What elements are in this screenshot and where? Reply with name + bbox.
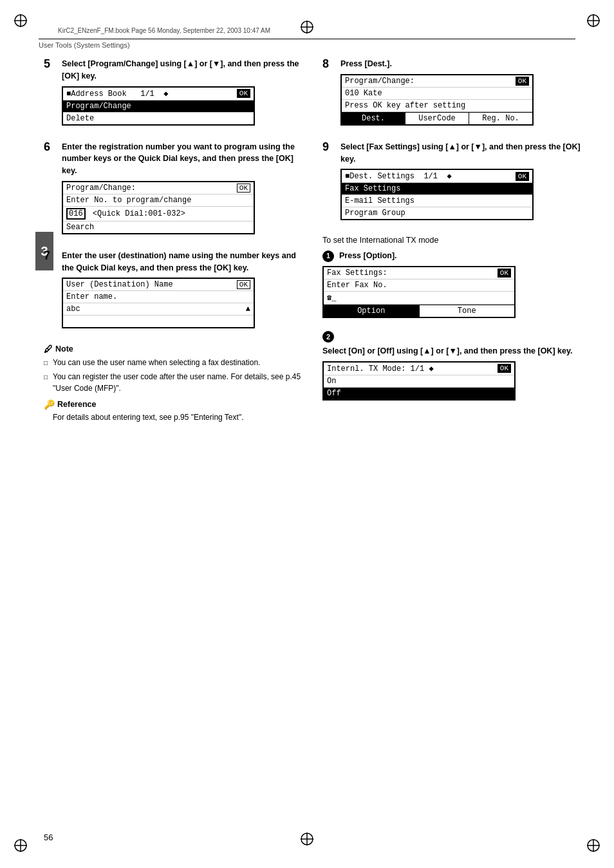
step-6-screen: Program/Change: OK Enter No. to program/… — [62, 181, 255, 234]
step-6-text: Enter the registration number you want t… — [62, 141, 303, 177]
screen-s1-r1-text: Fax Settings: — [327, 269, 387, 278]
step-9-screen: ■Dest. Settings 1/1 ◆ OK Fax Settings E-… — [340, 169, 534, 220]
step-7-content: Enter the user (destination) name using … — [62, 250, 303, 335]
screen-6-row4: Search — [63, 222, 254, 233]
substep-2-text: 2 Select [On] or [Off] using [▲] or [▼],… — [322, 331, 582, 357]
ref-text: For details about entering text, see p.9… — [44, 411, 303, 423]
header-label: User Tools (System Settings) — [39, 39, 575, 49]
screen-5-r2-text: Program/Change — [66, 102, 131, 111]
screen-s1-r2-text: Enter Fax No. — [327, 281, 387, 290]
corner-mark-tr — [586, 13, 601, 30]
screen-9-row4: Program Group — [342, 207, 532, 219]
substep-1-circle: 1 — [322, 250, 334, 262]
substep-1-content: 1 Press [Option]. Fax Settings: OK Enter… — [322, 250, 582, 325]
center-bottom-mark — [299, 831, 315, 849]
screen-9-r3-text: E-mail Settings — [345, 196, 414, 205]
screen-6-row2: Enter No. to program/change — [63, 194, 254, 207]
step-5-text: Select [Program/Change] using [▲] or [▼]… — [62, 58, 303, 82]
corner-mark-br — [586, 838, 601, 855]
ref-title: 🔑 Reference — [44, 399, 303, 410]
note-icon: 🖊 — [44, 344, 53, 354]
screen-6-r1-ok: OK — [237, 184, 250, 193]
substep-1: 1 Press [Option]. Fax Settings: OK Enter… — [322, 250, 582, 325]
screen-6-r1-text: Program/Change: — [66, 184, 136, 193]
screen-7-row3: abc ▲ — [63, 303, 254, 316]
screen-s2-row2: On — [324, 375, 514, 388]
left-column: 5 Select [Program/Change] using [▲] or [… — [44, 58, 303, 423]
screen-5-r1-ok: OK — [237, 89, 250, 98]
screen-8-btn-usercode: UserCode — [405, 113, 469, 124]
step-8: 8 Press [Dest.]. Program/Change: OK 010 … — [322, 58, 582, 132]
screen-8-btn-dest: Dest. — [342, 113, 405, 124]
screen-9-r4-text: Program Group — [345, 209, 405, 218]
screen-s1-row2: Enter Fax No. — [324, 279, 514, 292]
header-bar: User Tools (System Settings) — [39, 39, 575, 49]
screen-s2-r1-ok: OK — [498, 364, 511, 373]
screen-s1-r1-ok: OK — [498, 269, 511, 278]
step-8-content: Press [Dest.]. Program/Change: OK 010 Ka… — [340, 58, 582, 132]
substep-1-screen: Fax Settings: OK Enter Fax No. ☎_ Option — [322, 266, 516, 318]
note-list: You can use the user name when selecting… — [44, 357, 303, 394]
screen-8-row2: 010 Kate — [342, 88, 532, 100]
note-title: 🖊 Note — [44, 344, 303, 354]
two-columns: 5 Select [Program/Change] using [▲] or [… — [44, 58, 582, 423]
screen-8-r2-text: 010 Kate — [345, 89, 382, 98]
screen-9-row3: E-mail Settings — [342, 195, 532, 207]
step-9-text: Select [Fax Settings] using [▲] or [▼], … — [340, 141, 582, 165]
screen-s1-btn-row: Option Tone — [324, 305, 514, 317]
screen-s2-r2-text: On — [327, 377, 336, 386]
screen-s2-r3-text: Off — [327, 389, 341, 398]
step-5: 5 Select [Program/Change] using [▲] or [… — [44, 58, 303, 132]
screen-5-r3-text: Delete — [66, 114, 94, 123]
screen-7-row4 — [63, 316, 254, 327]
step-9: 9 Select [Fax Settings] using [▲] or [▼]… — [322, 141, 582, 227]
note-item-1: You can use the user name when selecting… — [44, 357, 303, 368]
step-5-content: Select [Program/Change] using [▲] or [▼]… — [62, 58, 303, 132]
substep-2-screen: Internl. TX Mode: 1/1 ◆ OK On Off — [322, 361, 516, 401]
step-9-number: 9 — [322, 141, 335, 227]
page-number: 56 — [44, 833, 53, 842]
screen-s2-r1-text: Internl. TX Mode: 1/1 ◆ — [327, 364, 434, 373]
step-8-number: 8 — [322, 58, 335, 132]
screen-s1-row1: Fax Settings: OK — [324, 267, 514, 279]
screen-8-r1-ok: OK — [516, 77, 529, 86]
center-top-mark — [299, 19, 315, 37]
screen-9-row2: Fax Settings — [342, 183, 532, 195]
corner-mark-bl — [13, 838, 28, 855]
screen-s2-row1: Internl. TX Mode: 1/1 ◆ OK — [324, 363, 514, 375]
screen-9-r2-text: Fax Settings — [345, 184, 400, 193]
step-6-content: Enter the registration number you want t… — [62, 141, 303, 241]
step-8-screen: Program/Change: OK 010 Kate Press OK key… — [340, 74, 534, 126]
to-set-heading: To set the International TX mode — [322, 236, 582, 245]
step-7-screen: User (Destination) Name OK Enter name. a… — [62, 278, 255, 328]
screen-7-row2: Enter name. — [63, 291, 254, 303]
screen-6-r3-text: 016 — [66, 208, 86, 220]
screen-6-r3-dial: <Quick Dial:001-032> — [88, 209, 185, 218]
screen-7-r1-text: User (Destination) Name — [66, 280, 173, 289]
substep-2-content: 2 Select [On] or [Off] using [▲] or [▼],… — [322, 331, 582, 407]
screen-7-r3-text: abc — [66, 305, 80, 314]
screen-5-row3: Delete — [63, 113, 254, 124]
screen-8-row1: Program/Change: OK — [342, 75, 532, 88]
screen-5-row2: Program/Change — [63, 100, 254, 113]
screen-6-row3: 016 <Quick Dial:001-032> — [63, 207, 254, 222]
reference-section: 🔑 Reference For details about entering t… — [44, 399, 303, 423]
book-info: KirC2_ENzenF_FM.book Page 56 Monday, Sep… — [58, 27, 270, 34]
note-item-2: You can register the user code after the… — [44, 371, 303, 394]
screen-8-btn-row: Dest. UserCode Reg. No. — [342, 112, 532, 124]
screen-7-r1-ok: OK — [237, 280, 250, 289]
screen-7-r3-arrow: ▲ — [246, 305, 250, 314]
substep-2-circle: 2 — [322, 331, 334, 343]
ref-label: Reference — [57, 400, 96, 409]
screen-7-r2-text: Enter name. — [66, 292, 117, 301]
screen-9-r1-ok: OK — [516, 172, 529, 181]
step-5-screen: ■Address Book 1/1 ◆ OK Program/Change De… — [62, 86, 255, 126]
note-section: 🖊 Note You can use the user name when se… — [44, 344, 303, 394]
ref-icon: 🔑 — [44, 399, 55, 410]
screen-6-r2-text: Enter No. to program/change — [66, 196, 191, 205]
step-6-number: 6 — [44, 141, 57, 241]
screen-s1-row3: ☎_ — [324, 292, 514, 305]
screen-5-r1-text: ■Address Book 1/1 ◆ — [66, 89, 168, 99]
step-7-number: 7 — [44, 250, 57, 335]
screen-8-r3-text: Press OK key after setting — [345, 101, 465, 110]
